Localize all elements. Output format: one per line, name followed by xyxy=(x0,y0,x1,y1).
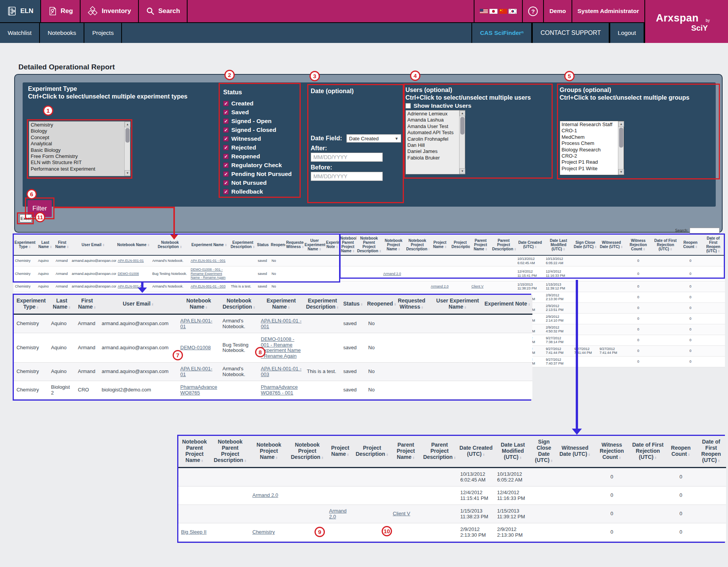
checkbox-checked-icon[interactable]: ✓ xyxy=(223,189,229,194)
status-checkbox-not-pursued[interactable]: ✓Not Pursued xyxy=(223,178,292,187)
column-header[interactable]: Last Name⇕ xyxy=(36,235,54,255)
column-header[interactable]: Date Created (UTC)⇕ xyxy=(516,235,544,255)
experiment-type-listbox[interactable]: ChemistryBiologyConceptAnalyticalBasic B… xyxy=(29,121,130,176)
column-header[interactable]: Notebook Description⇕ xyxy=(220,295,258,314)
listbox-option[interactable]: Chemistry xyxy=(29,122,124,128)
status-checkbox-regulatory-check[interactable]: ✓Regulatory Check xyxy=(223,161,292,169)
scroll-down-icon[interactable]: ▼ xyxy=(618,169,624,175)
status-checkbox-reopened[interactable]: ✓Reopened xyxy=(223,152,292,161)
tab-reg[interactable]: Reg xyxy=(41,0,81,22)
listbox-option[interactable]: Adrienne Lemieux xyxy=(406,111,459,117)
listbox-option[interactable]: Biology Research xyxy=(560,147,618,153)
column-header[interactable]: Witness Rejection Count⇕ xyxy=(625,235,652,255)
listbox-option[interactable]: Concept xyxy=(29,135,124,141)
column-header[interactable]: Notebook Parent Project Description⇕ xyxy=(356,235,382,255)
record-link[interactable]: PharmaAdvance WO8765 xyxy=(180,384,217,396)
demo-button[interactable]: Demo xyxy=(543,0,571,22)
record-link[interactable]: Client V xyxy=(393,511,410,516)
column-header[interactable]: User Experiment Name⇕ xyxy=(433,295,483,314)
column-header[interactable]: Experiment Description⇕ xyxy=(304,295,341,314)
checkbox-checked-icon[interactable]: ✓ xyxy=(223,154,229,159)
record-link[interactable]: DEMO-01008 - 001 - Rename Experiment Nam… xyxy=(261,336,301,359)
user-menu[interactable]: System Administrator xyxy=(572,0,645,22)
record-link[interactable]: Armand 2.0 xyxy=(383,272,401,276)
record-link[interactable]: Chemistry xyxy=(252,529,275,535)
column-header[interactable]: Witnessed Date (UTC)⇕ xyxy=(557,436,593,468)
checkbox-checked-icon[interactable]: ✓ xyxy=(223,163,229,168)
scroll-up-icon[interactable]: ▲ xyxy=(460,110,465,116)
record-link[interactable]: PharmaAdvance WO8765 - 001 xyxy=(261,384,298,396)
checkbox-checked-icon[interactable]: ✓ xyxy=(223,180,229,186)
column-header[interactable]: Date of First Rejection (UTC)⇕ xyxy=(630,436,665,468)
listbox-option[interactable]: Basic Biology xyxy=(29,147,124,153)
record-link[interactable]: APA ELN-001-01 - 003 xyxy=(261,366,301,377)
column-header[interactable]: Parent Project Name⇕ xyxy=(390,436,422,468)
column-header[interactable]: Date of First Reopen (UTC)⇕ xyxy=(696,436,726,468)
column-header[interactable]: Status⇕ xyxy=(341,295,366,314)
listbox-option[interactable]: ELN with Structure RIT xyxy=(29,159,124,166)
scroll-up-icon[interactable]: ▲ xyxy=(618,121,624,127)
column-header[interactable]: Sign Close Date (UTC)⇕ xyxy=(573,235,598,255)
scroll-up-icon[interactable]: ▲ xyxy=(125,122,130,127)
checkbox-checked-icon[interactable]: ✓ xyxy=(223,110,229,115)
column-header[interactable]: Notebook Project Name⇕ xyxy=(250,436,288,468)
column-header[interactable]: Last Name⇕ xyxy=(48,295,75,314)
listbox-option[interactable]: Dan Hill xyxy=(406,142,459,148)
language-flags[interactable] xyxy=(474,0,522,22)
groups-listbox[interactable]: Internal Research StaffCRO-1MedChemProce… xyxy=(560,121,624,175)
column-header[interactable]: First Name⇕ xyxy=(75,295,99,314)
column-header[interactable]: Notebook Description⇕ xyxy=(151,235,189,255)
record-link[interactable]: APA ELN-001-01 xyxy=(118,259,144,263)
status-checkbox-rejected[interactable]: ✓Rejected xyxy=(223,143,292,152)
subnav-item-watchlist[interactable]: Watchlist xyxy=(0,23,40,43)
listbox-option[interactable]: Biology xyxy=(29,128,124,134)
column-header[interactable]: Reopened⇕ xyxy=(366,295,390,314)
column-header[interactable]: Project Description⇕ xyxy=(354,436,390,468)
tab-inventory[interactable]: Inventory xyxy=(81,0,139,22)
checkbox-checked-icon[interactable]: ✓ xyxy=(223,171,229,177)
record-link[interactable]: Big Sleep II xyxy=(181,529,207,535)
listbox-option[interactable]: Automated API Tests xyxy=(406,130,459,136)
before-date-input[interactable] xyxy=(311,172,383,181)
listbox-option[interactable]: MedChem xyxy=(560,134,618,140)
column-header[interactable]: User Email⇕ xyxy=(99,295,178,314)
listbox-option[interactable]: Amanda Lashua xyxy=(406,117,459,123)
column-header[interactable]: Requested Witness⇕ xyxy=(390,295,433,314)
checkbox-checked-icon[interactable]: ✓ xyxy=(223,136,229,141)
column-header[interactable]: Witness Rejection Count⇕ xyxy=(593,436,630,468)
record-link[interactable]: APA ELN-001-01 xyxy=(180,366,212,377)
column-header[interactable]: Notebook Project Description⇕ xyxy=(405,235,429,255)
record-link[interactable]: Armand 2.0 xyxy=(252,492,278,498)
listbox-option[interactable]: Project P1 Write xyxy=(560,166,618,172)
column-header[interactable]: Notebook Parent Project Name⇕ xyxy=(339,235,356,255)
listbox-option[interactable]: Performance test Experiment xyxy=(29,166,124,172)
column-header[interactable]: First Name⇕ xyxy=(54,235,70,255)
record-link[interactable]: Client V xyxy=(471,284,484,288)
status-checkbox-saved[interactable]: ✓Saved xyxy=(223,108,292,117)
column-header[interactable]: User Experiment Name⇕ xyxy=(304,235,325,255)
users-listbox[interactable]: Adrienne LemieuxAmanda LashuaAmanda User… xyxy=(405,110,465,174)
column-header[interactable]: Date Last Modified (UTC)⇕ xyxy=(494,436,531,468)
column-header[interactable]: Notebook Parent Project Name⇕ xyxy=(178,436,211,468)
column-header[interactable]: Parent Project Name⇕ xyxy=(470,235,491,255)
tab-search[interactable]: Search xyxy=(139,0,188,22)
column-header[interactable]: Date Created (UTC)⇕ xyxy=(458,436,494,468)
subnav-item-projects[interactable]: Projects xyxy=(84,23,122,43)
listbox-option[interactable]: Project P1 Read xyxy=(560,159,618,165)
checkbox-checked-icon[interactable]: ✓ xyxy=(223,127,229,133)
status-checkbox-rolledback[interactable]: ✓Rolledback xyxy=(223,187,292,196)
checkbox-checked-icon[interactable]: ✓ xyxy=(223,145,229,150)
listbox-option[interactable]: Free Form Chemistry xyxy=(29,153,124,159)
listbox-option[interactable]: Amanda User Test xyxy=(406,123,459,130)
column-header[interactable]: Experiment Name⇕ xyxy=(189,235,229,255)
column-header[interactable]: Experiment Name⇕ xyxy=(258,295,304,314)
column-header[interactable]: Notebook Parent Project Description⇕ xyxy=(211,436,250,468)
date-field-select[interactable]: Date Created ▼ xyxy=(346,134,401,143)
checkbox-checked-icon[interactable]: ✓ xyxy=(223,101,229,106)
after-date-input[interactable] xyxy=(311,153,383,162)
column-header[interactable]: User Email⇕ xyxy=(70,235,116,255)
record-link[interactable]: APA ELN-001-01 - 001 xyxy=(261,318,301,329)
column-header[interactable]: Experiment Description⇕ xyxy=(229,235,256,255)
record-link[interactable]: APA ELN-001-01 xyxy=(180,318,212,329)
listbox-option[interactable]: Process Chem xyxy=(560,140,618,146)
